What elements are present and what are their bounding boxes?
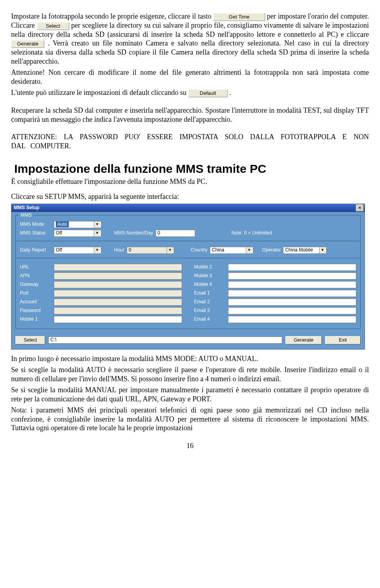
label-mobile1: Mobile 1: [20, 316, 51, 322]
label-email2: Email 2: [194, 299, 226, 305]
combo-operator[interactable]: China Mobile ▼: [283, 247, 327, 254]
paragraph-firststep: In primo luogo è necessario impostare la…: [11, 354, 369, 363]
default-button[interactable]: Default: [188, 89, 228, 97]
combo-value: 0: [129, 247, 131, 253]
combo-hour[interactable]: 0 ▼: [127, 247, 174, 254]
input-path[interactable]: C:\: [48, 337, 282, 344]
label-email1: Email 1: [194, 290, 226, 296]
text: Impostare la fototrappola secondo le pro…: [11, 12, 213, 20]
combo-value: Off: [56, 247, 62, 253]
combo-mms-status[interactable]: Off ▼: [54, 230, 101, 237]
text: . Verrà creato un file nominato Camera e…: [11, 39, 369, 65]
paragraph-note: Nota: i parametri MMS dei principali ope…: [11, 406, 369, 433]
paragraph-auto: Se si sceglie la modalità AUTO è necessa…: [11, 365, 369, 383]
label-url: URL: [20, 264, 51, 270]
label-account: Account: [20, 299, 51, 305]
section-heading: Impostazione della funzione MMS tramite …: [14, 161, 369, 176]
mms-setup-window: MMS Setup × MMS MMS Mode Auto ▼ MMS Stat…: [11, 204, 365, 350]
input-password[interactable]: [54, 307, 182, 314]
mms-groupbox: MMS MMS Mode Auto ▼ MMS Status Off ▼ MMS…: [15, 215, 361, 329]
label-country: Country: [191, 247, 207, 253]
label-hour: Hour: [114, 247, 124, 253]
note-unlimited: Note: 0 = Unlimited: [232, 230, 272, 236]
combo-mms-mode[interactable]: Auto ▼: [54, 221, 101, 228]
input-port[interactable]: [54, 290, 182, 297]
close-icon[interactable]: ×: [356, 204, 364, 212]
page-number: 16: [11, 441, 369, 450]
chevron-down-icon: ▼: [167, 247, 173, 253]
combo-daily-report[interactable]: Off ▼: [54, 247, 101, 254]
label-password: Password: [20, 308, 51, 314]
combo-value: China Mobile: [285, 247, 313, 253]
chevron-down-icon: ▼: [94, 247, 100, 253]
paragraph-recover: Recuperare la scheda SD dal computer e i…: [11, 106, 369, 124]
label-mms-status: MMS Status: [20, 230, 51, 236]
paragraph-click-setup: Cliccare su SETUP MMS, apparirà la segue…: [11, 192, 369, 201]
text: L'utente può utilizzare le impostazioni …: [11, 89, 188, 96]
chevron-down-icon: ▼: [246, 247, 252, 253]
input-mobile4[interactable]: [228, 281, 356, 288]
chevron-down-icon: ▼: [319, 247, 325, 253]
input-email3[interactable]: [228, 307, 356, 314]
input-url[interactable]: [54, 264, 182, 271]
input-gateway[interactable]: [54, 281, 182, 288]
combo-value: Auto: [56, 221, 69, 227]
input-apn[interactable]: [54, 272, 182, 280]
select-button[interactable]: Select: [37, 22, 69, 30]
label-mobile4: Mobile 4: [194, 282, 226, 287]
get-time-button[interactable]: Get Time: [213, 13, 265, 21]
input-email2[interactable]: [228, 299, 356, 306]
paragraph-warning-password: ATTENZIONE: LA PASSWORD PUO' ESSERE IMPO…: [11, 132, 369, 150]
paragraph-manual: Se si sceglie la modalità MANUAL per imp…: [11, 386, 369, 403]
window-titlebar: MMS Setup ×: [11, 204, 365, 212]
input-account[interactable]: [54, 299, 182, 306]
label-apn: APN: [20, 273, 51, 279]
chevron-down-icon: ▼: [94, 230, 100, 236]
label-email3: Email 3: [194, 308, 226, 314]
subheading: È consigliabile effettuare l'impostazion…: [11, 177, 369, 186]
label-mobile2: Mobile 2: [194, 264, 226, 270]
generate-button[interactable]: Generate: [11, 40, 44, 48]
label-mms-number-day: MMS Number/Day: [114, 230, 153, 236]
input-mobile2[interactable]: [228, 264, 356, 271]
input-mobile1[interactable]: [54, 316, 182, 323]
input-email1[interactable]: [228, 290, 356, 297]
input-mms-number-day[interactable]: 0: [156, 230, 195, 237]
select-path-button[interactable]: Select: [15, 336, 45, 344]
text: .: [229, 89, 231, 96]
paragraph-default: L'utente può utilizzare le impostazioni …: [11, 88, 369, 97]
label-daily-report: Daily Report: [20, 247, 51, 253]
combo-country[interactable]: China ▼: [210, 247, 253, 254]
input-mobile3[interactable]: [228, 272, 356, 280]
generate-file-button[interactable]: Generate: [285, 336, 322, 344]
label-gateway: Gateway: [20, 282, 51, 287]
combo-value: Off: [56, 230, 62, 236]
label-mobile3: Mobile 3: [194, 273, 226, 279]
label-port: Port: [20, 290, 51, 296]
label-operator: Operator: [262, 247, 281, 253]
label-mms-mode: MMS Mode: [20, 221, 51, 227]
paragraph-attention: Attenzione! Non cercare di modificare il…: [11, 68, 369, 86]
input-email4[interactable]: [228, 316, 356, 323]
group-label: MMS: [19, 212, 33, 218]
combo-value: China: [212, 247, 224, 253]
chevron-down-icon: ▼: [94, 221, 100, 228]
exit-button[interactable]: Exit: [325, 336, 361, 344]
window-title: MMS Setup: [14, 205, 40, 211]
paragraph-1: Impostare la fototrappola secondo le pro…: [11, 12, 369, 66]
label-email4: Email 4: [194, 316, 226, 322]
